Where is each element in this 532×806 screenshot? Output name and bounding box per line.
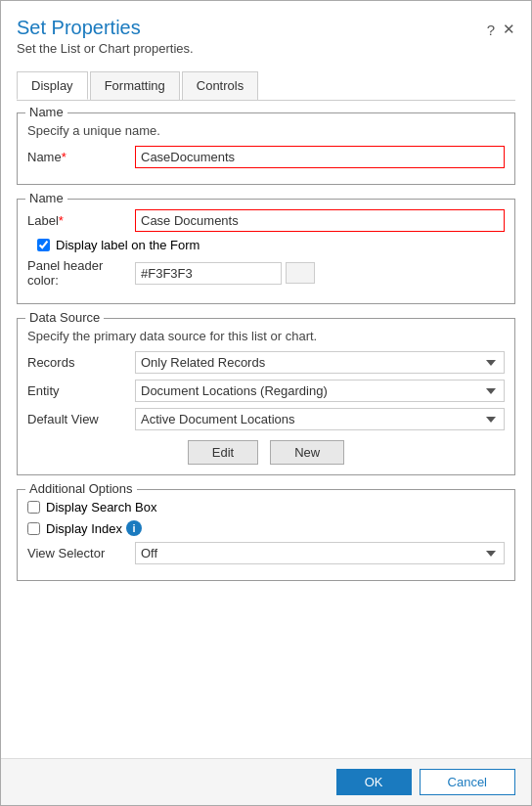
name-row: Name*	[27, 146, 505, 168]
name-section-inner: Specify a unique name. Name*	[27, 123, 505, 168]
name-section-legend: Name	[25, 105, 67, 119]
name-label: Name*	[27, 150, 135, 164]
name-hint: Specify a unique name.	[27, 123, 505, 138]
label-section: Name Label* Display label on the Form Pa…	[17, 199, 515, 304]
set-properties-dialog: Set Properties Set the List or Chart pro…	[0, 0, 532, 806]
dialog-title: Set Properties	[17, 17, 194, 39]
additional-legend: Additional Options	[25, 481, 137, 496]
close-icon[interactable]: ✕	[503, 21, 515, 38]
display-label-row: Display label on the Form	[37, 238, 505, 252]
new-button[interactable]: New	[270, 440, 344, 465]
label-label: Label*	[27, 213, 135, 228]
entity-select[interactable]: Document Locations (Regarding)	[135, 380, 505, 402]
view-selector-select[interactable]: Off On	[135, 542, 505, 564]
display-index-row: Display Index i	[27, 520, 505, 536]
records-label: Records	[27, 355, 135, 370]
name-input[interactable]	[135, 146, 505, 168]
entity-row: Entity Document Locations (Regarding)	[27, 380, 505, 402]
display-label-text: Display label on the Form	[56, 238, 200, 252]
search-box-row: Display Search Box	[27, 500, 505, 515]
dialog-content: Name Specify a unique name. Name* Name L…	[1, 101, 531, 758]
label-section-inner: Label* Display label on the Form Panel h…	[27, 209, 505, 288]
data-source-legend: Data Source	[25, 310, 104, 325]
tab-display[interactable]: Display	[17, 71, 88, 100]
data-source-hint: Specify the primary data source for this…	[27, 329, 505, 343]
view-selector-row: View Selector Off On	[27, 542, 505, 564]
search-box-label: Display Search Box	[46, 500, 156, 515]
display-index-label: Display Index	[46, 521, 122, 536]
label-section-legend: Name	[25, 191, 67, 205]
panel-header-input[interactable]	[135, 262, 282, 285]
label-row: Label*	[27, 209, 505, 232]
data-source-section: Data Source Specify the primary data sou…	[17, 318, 515, 475]
records-select[interactable]: Only Related Records All Record Types	[135, 351, 505, 374]
edit-new-buttons: Edit New	[27, 440, 505, 465]
dialog-header: Set Properties Set the List or Chart pro…	[1, 1, 531, 64]
tab-formatting[interactable]: Formatting	[90, 71, 180, 100]
display-index-checkbox[interactable]	[27, 522, 40, 535]
ok-button[interactable]: OK	[336, 769, 412, 795]
panel-header-row: Panel header color:	[27, 258, 505, 288]
cancel-button[interactable]: Cancel	[420, 769, 515, 795]
dialog-header-icons: ? ✕	[487, 21, 515, 38]
entity-label: Entity	[27, 383, 135, 398]
dialog-subtitle: Set the List or Chart properties.	[17, 41, 194, 56]
info-icon[interactable]: i	[126, 520, 142, 536]
default-view-label: Default View	[27, 412, 135, 426]
search-box-checkbox[interactable]	[27, 501, 40, 514]
dialog-footer: OK Cancel	[1, 758, 531, 805]
records-row: Records Only Related Records All Record …	[27, 351, 505, 374]
display-label-checkbox[interactable]	[37, 239, 50, 251]
help-icon[interactable]: ?	[487, 22, 495, 38]
additional-options-section: Additional Options Display Search Box Di…	[17, 489, 515, 581]
name-section: Name Specify a unique name. Name*	[17, 112, 515, 185]
default-view-select[interactable]: Active Document Locations Inactive Docum…	[135, 408, 505, 430]
tab-controls[interactable]: Controls	[182, 71, 258, 100]
data-source-inner: Specify the primary data source for this…	[27, 329, 505, 465]
default-view-row: Default View Active Document Locations I…	[27, 408, 505, 430]
edit-button[interactable]: Edit	[188, 440, 258, 465]
panel-header-label: Panel header color:	[27, 258, 135, 288]
tab-bar: Display Formatting Controls	[17, 71, 515, 101]
color-preview	[286, 262, 315, 284]
title-block: Set Properties Set the List or Chart pro…	[17, 17, 194, 56]
label-input[interactable]	[135, 209, 505, 232]
view-selector-label: View Selector	[27, 546, 135, 560]
additional-inner: Display Search Box Display Index i View …	[27, 500, 505, 564]
